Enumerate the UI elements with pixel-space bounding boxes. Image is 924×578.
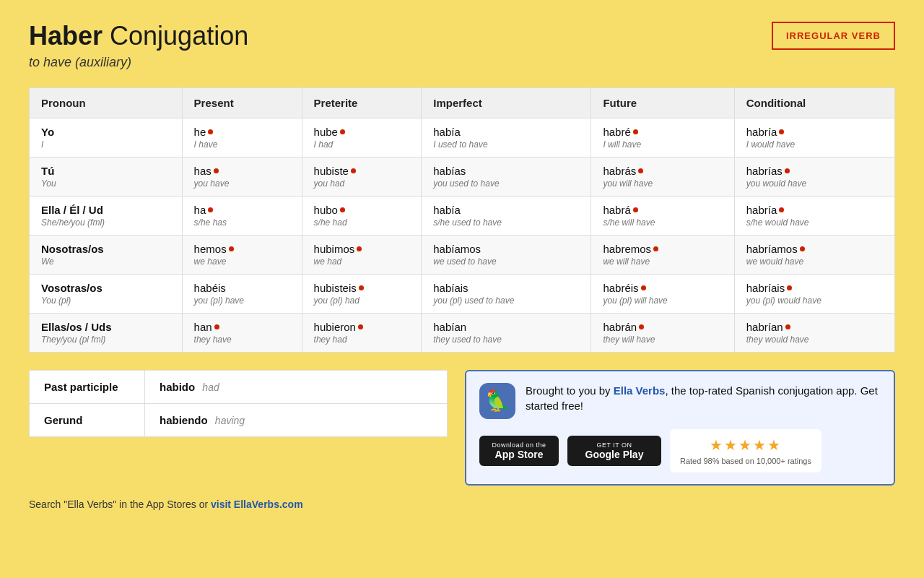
- past-participle-row: Past participle habido had: [30, 370, 448, 403]
- preterite-cell: hubisteis you (pl) had: [302, 274, 422, 313]
- promo-icon: 🦜: [479, 383, 515, 419]
- rating-text: Rated 98% based on 10,000+ ratings: [680, 457, 811, 465]
- table-row: Vosotras/os You (pl) habéis you (pl) hav…: [30, 274, 895, 313]
- future-cell: habréis you (pl) will have: [591, 274, 734, 313]
- pronoun-cell: Yo I: [30, 118, 183, 157]
- table-row: Nosotras/os We hemos we have hubimos we …: [30, 235, 895, 274]
- future-cell: habrás you will have: [591, 157, 734, 196]
- present-cell: he I have: [182, 118, 302, 157]
- promo-text: Brought to you by Ella Verbs, the top-ra…: [526, 383, 881, 413]
- preterite-cell: hubiste you had: [302, 157, 422, 196]
- col-pronoun: Pronoun: [30, 87, 183, 118]
- past-participle-label: Past participle: [30, 370, 145, 403]
- col-preterite: Preterite: [302, 87, 422, 118]
- promo-top: 🦜 Brought to you by Ella Verbs, the top-…: [479, 383, 881, 419]
- page-header: Haber Conjugation to have (auxiliary) IR…: [29, 22, 895, 70]
- google-play-button[interactable]: GET IT ON Google Play: [567, 436, 661, 466]
- imperfect-cell: había I used to have: [422, 118, 591, 157]
- conditional-cell: habríamos we would have: [734, 235, 894, 274]
- app-store-big-text: App Store: [495, 449, 544, 460]
- pronoun-cell: Ellas/os / Uds They/you (pl fml): [30, 313, 183, 352]
- preterite-cell: hubo s/he had: [302, 196, 422, 235]
- promo-buttons: Download on the App Store GET IT ON Goog…: [479, 429, 881, 473]
- preterite-cell: hubimos we had: [302, 235, 422, 274]
- table-header-row: Pronoun Present Preterite Imperfect Futu…: [30, 87, 895, 118]
- present-cell: habéis you (pl) have: [182, 274, 302, 313]
- participle-table: Past participle habido had Gerund habien…: [29, 370, 448, 437]
- table-row: Tú You has you have hubiste you had habí…: [30, 157, 895, 196]
- page-subtitle: to have (auxiliary): [29, 55, 248, 70]
- conditional-cell: habrías you would have: [734, 157, 894, 196]
- irregular-verb-badge: IRREGULAR VERB: [772, 22, 895, 50]
- col-conditional: Conditional: [734, 87, 894, 118]
- star-rating: ★★★★★: [680, 436, 811, 454]
- google-play-small-text: GET IT ON: [596, 441, 632, 449]
- pronoun-cell: Vosotras/os You (pl): [30, 274, 183, 313]
- imperfect-cell: habían they used to have: [422, 313, 591, 352]
- gerund-value: habiendo having: [145, 403, 448, 436]
- conjugation-table: Pronoun Present Preterite Imperfect Futu…: [29, 87, 895, 353]
- future-cell: habremos we will have: [591, 235, 734, 274]
- imperfect-cell: había s/he used to have: [422, 196, 591, 235]
- bottom-section: Past participle habido had Gerund habien…: [29, 370, 895, 486]
- conditional-cell: habríais you (pl) would have: [734, 274, 894, 313]
- table-row: Yo I he I have hube I had había I used t…: [30, 118, 895, 157]
- col-present: Present: [182, 87, 302, 118]
- conditional-cell: habría s/he would have: [734, 196, 894, 235]
- present-cell: ha s/he has: [182, 196, 302, 235]
- ella-verbs-link[interactable]: Ella Verbs: [614, 384, 666, 397]
- app-store-button[interactable]: Download on the App Store: [479, 436, 559, 466]
- gerund-label: Gerund: [30, 403, 145, 436]
- google-play-big-text: Google Play: [585, 449, 644, 460]
- page-title: Haber Conjugation: [29, 22, 248, 51]
- title-block: Haber Conjugation to have (auxiliary): [29, 22, 248, 70]
- pronoun-cell: Tú You: [30, 157, 183, 196]
- imperfect-cell: habíamos we used to have: [422, 235, 591, 274]
- future-cell: habrá s/he will have: [591, 196, 734, 235]
- future-cell: habré I will have: [591, 118, 734, 157]
- promo-box: 🦜 Brought to you by Ella Verbs, the top-…: [465, 370, 895, 486]
- present-cell: has you have: [182, 157, 302, 196]
- col-future: Future: [591, 87, 734, 118]
- imperfect-cell: habías you used to have: [422, 157, 591, 196]
- col-imperfect: Imperfect: [422, 87, 591, 118]
- future-cell: habrán they will have: [591, 313, 734, 352]
- pronoun-cell: Ella / Él / Ud She/he/you (fml): [30, 196, 183, 235]
- gerund-row: Gerund habiendo having: [30, 403, 448, 436]
- rating-box: ★★★★★ Rated 98% based on 10,000+ ratings: [670, 429, 821, 473]
- present-cell: hemos we have: [182, 235, 302, 274]
- imperfect-cell: habíais you (pl) used to have: [422, 274, 591, 313]
- bottom-search: Search "Ella Verbs" in the App Stores or…: [29, 499, 895, 510]
- conditional-cell: habría I would have: [734, 118, 894, 157]
- pronoun-cell: Nosotras/os We: [30, 235, 183, 274]
- present-cell: han they have: [182, 313, 302, 352]
- table-row: Ellas/os / Uds They/you (pl fml) han the…: [30, 313, 895, 352]
- preterite-cell: hubieron they had: [302, 313, 422, 352]
- visit-ella-verbs-link[interactable]: visit EllaVerbs.com: [211, 499, 303, 510]
- table-row: Ella / Él / Ud She/he/you (fml) ha s/he …: [30, 196, 895, 235]
- past-participle-value: habido had: [145, 370, 448, 403]
- preterite-cell: hube I had: [302, 118, 422, 157]
- conditional-cell: habrían they would have: [734, 313, 894, 352]
- app-store-small-text: Download on the: [492, 441, 546, 449]
